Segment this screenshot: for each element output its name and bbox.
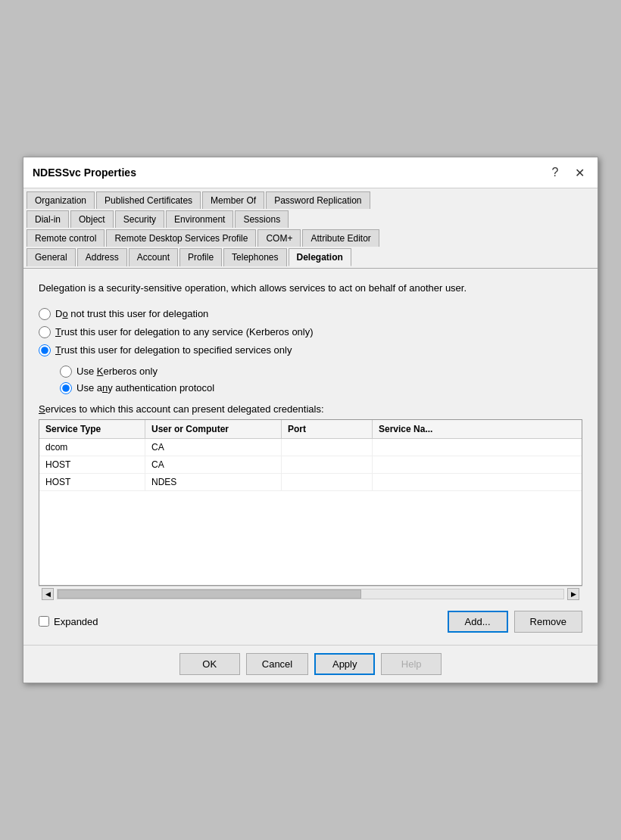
scroll-left-arrow[interactable]: ◀ <box>42 588 54 600</box>
cell-service-name-3 <box>373 474 582 490</box>
dialog-title: NDESSvc Properties <box>33 166 136 179</box>
dialog-footer: OK Cancel Apply Help <box>23 645 598 683</box>
close-button[interactable]: ✕ <box>570 163 588 182</box>
radio-trust-specified-input[interactable] <box>39 344 51 356</box>
scroll-track[interactable] <box>57 589 564 599</box>
radio-trust-any[interactable]: Trust this user for delegation to any se… <box>39 326 582 338</box>
header-user-computer: User or Computer <box>145 420 282 438</box>
tab-com[interactable]: COM+ <box>257 229 301 247</box>
tab-address[interactable]: Address <box>77 248 127 266</box>
tab-row-2: Dial-in Object Security Environment Sess… <box>27 210 594 228</box>
tab-delegation[interactable]: Delegation <box>289 248 351 266</box>
cell-user-computer-2: CA <box>145 456 282 473</box>
tab-row-4: General Address Account Profile Telephon… <box>27 248 594 266</box>
tab-profile[interactable]: Profile <box>179 248 222 266</box>
cell-port-3 <box>282 474 373 490</box>
radio-trust-any-label: Trust this user for delegation to any se… <box>55 326 314 338</box>
scroll-right-arrow[interactable]: ▶ <box>567 588 579 600</box>
title-bar-buttons: ? ✕ <box>546 163 588 182</box>
description-text: Delegation is a security-sensitive opera… <box>39 281 582 296</box>
radio-kerberos-only-label: Use Kerberos only <box>76 366 158 377</box>
radio-trust-specified-label: Trust this user for delegation to specif… <box>55 344 292 356</box>
radio-trust-any-input[interactable] <box>39 326 51 338</box>
radio-no-trust-input[interactable] <box>39 308 51 320</box>
tab-member-of[interactable]: Member Of <box>202 191 264 209</box>
expanded-label: Expanded <box>54 616 98 627</box>
auth-protocol-group: Use Kerberos only Use any authentication… <box>60 366 582 394</box>
tab-organization[interactable]: Organization <box>27 191 95 209</box>
remove-button[interactable]: Remove <box>514 611 582 633</box>
cell-service-type-2: HOST <box>39 456 145 473</box>
cell-service-name-1 <box>373 439 582 456</box>
tab-security[interactable]: Security <box>115 210 164 228</box>
cell-user-computer-3: NDES <box>145 474 282 490</box>
cell-port-2 <box>282 456 373 473</box>
action-buttons: Add... Remove <box>448 611 582 633</box>
title-bar: NDESSvc Properties ? ✕ <box>23 157 598 188</box>
cell-user-computer-1: CA <box>145 439 282 456</box>
tab-object[interactable]: Object <box>70 210 114 228</box>
header-service-name: Service Na... <box>373 420 582 438</box>
expanded-checkbox-label[interactable]: Expanded <box>39 616 98 627</box>
radio-any-auth[interactable]: Use any authentication protocol <box>60 382 582 394</box>
dialog-window: NDESSvc Properties ? ✕ Organization Publ… <box>23 157 598 683</box>
delegation-radio-group: Do not trust this user for delegation Tr… <box>39 308 582 356</box>
radio-no-trust-label: Do not trust this user for delegation <box>55 308 208 319</box>
tab-row-1: Organization Published Certificates Memb… <box>27 191 594 209</box>
radio-kerberos-only[interactable]: Use Kerberos only <box>60 366 582 378</box>
table-row[interactable]: HOST NDES <box>39 474 582 491</box>
radio-any-auth-label: Use any authentication protocol <box>76 382 214 394</box>
tab-content: Delegation is a security-sensitive opera… <box>23 268 598 645</box>
tab-password-replication[interactable]: Password Replication <box>266 191 370 209</box>
radio-no-trust[interactable]: Do not trust this user for delegation <box>39 308 582 320</box>
add-button[interactable]: Add... <box>448 611 508 633</box>
table-header: Service Type User or Computer Port Servi… <box>39 420 582 439</box>
services-table: Service Type User or Computer Port Servi… <box>39 419 582 586</box>
header-port: Port <box>282 420 373 438</box>
tab-general[interactable]: General <box>27 248 76 266</box>
table-row[interactable]: HOST CA <box>39 456 582 474</box>
bottom-options: Expanded Add... Remove <box>39 611 582 633</box>
tab-account[interactable]: Account <box>129 248 178 266</box>
tabs-container: Organization Published Certificates Memb… <box>23 188 598 266</box>
header-service-type: Service Type <box>39 420 145 438</box>
cell-port-1 <box>282 439 373 456</box>
cell-service-type-1: dcom <box>39 439 145 456</box>
table-row[interactable]: dcom CA <box>39 439 582 456</box>
cell-service-type-3: HOST <box>39 474 145 490</box>
radio-any-auth-input[interactable] <box>60 382 72 394</box>
tab-telephones[interactable]: Telephones <box>223 248 286 266</box>
tab-rdp[interactable]: Remote Desktop Services Profile <box>106 229 256 247</box>
tab-environment[interactable]: Environment <box>166 210 233 228</box>
tab-attribute-editor[interactable]: Attribute Editor <box>302 229 379 247</box>
help-button[interactable]: ? <box>546 163 564 182</box>
tab-dial-in[interactable]: Dial-in <box>27 210 69 228</box>
services-label: Services to which this account can prese… <box>39 403 582 415</box>
radio-trust-specified[interactable]: Trust this user for delegation to specif… <box>39 344 582 356</box>
apply-button[interactable]: Apply <box>314 653 375 675</box>
table-body: dcom CA HOST CA HOST NDES <box>39 439 582 585</box>
tab-row-3: Remote control Remote Desktop Services P… <box>27 229 594 247</box>
tab-published-certs[interactable]: Published Certificates <box>96 191 201 209</box>
ok-button[interactable]: OK <box>179 653 240 675</box>
tab-remote-control[interactable]: Remote control <box>27 229 105 247</box>
scroll-thumb <box>58 590 361 599</box>
radio-kerberos-only-input[interactable] <box>60 366 72 378</box>
expanded-checkbox[interactable] <box>39 616 49 627</box>
help-footer-button[interactable]: Help <box>381 653 442 675</box>
tab-sessions[interactable]: Sessions <box>235 210 289 228</box>
horizontal-scrollbar: ◀ ▶ <box>39 586 582 602</box>
cell-service-name-2 <box>373 456 582 473</box>
cancel-button[interactable]: Cancel <box>246 653 308 675</box>
